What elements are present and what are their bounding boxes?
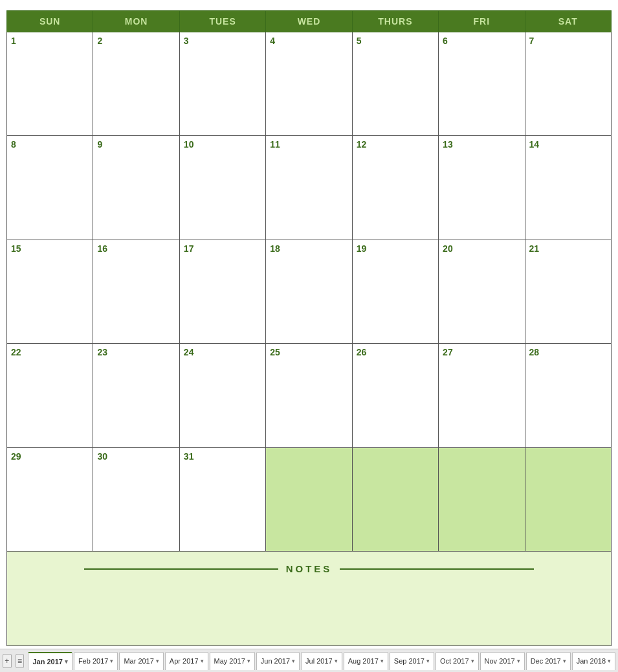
notes-header: NOTES	[19, 563, 599, 574]
day-cell-22[interactable]: 22	[7, 344, 93, 447]
tab-dropdown-icon[interactable]: ▾	[201, 658, 204, 664]
day-cell-18[interactable]: 18	[266, 240, 352, 343]
notes-cell[interactable]: NOTES	[7, 552, 612, 646]
week-row-4: 293031	[7, 447, 612, 551]
day-cell-25[interactable]: 25	[266, 344, 352, 447]
day-cell-16[interactable]: 16	[93, 240, 179, 343]
tab-dropdown-icon[interactable]: ▾	[156, 658, 159, 664]
day-cell-28[interactable]: 28	[525, 344, 611, 447]
day-cell-21[interactable]: 21	[525, 240, 611, 343]
day-cell-14[interactable]: 14	[525, 136, 611, 240]
sheet-tab-dec-2017[interactable]: Dec 2017▾	[526, 652, 571, 670]
day-cell-12[interactable]: 12	[352, 136, 438, 240]
day-number-13: 13	[443, 139, 453, 150]
day-cell-19[interactable]: 19	[352, 240, 438, 343]
day-number-15: 15	[11, 243, 21, 254]
day-header-sat: SAT	[525, 11, 611, 32]
week-row-1: 891011121314	[7, 136, 612, 240]
day-cell-24[interactable]: 24	[179, 344, 265, 447]
day-cell-2[interactable]: 2	[93, 32, 179, 136]
day-number-4: 4	[270, 36, 275, 46]
sheet-tab-nov-2017[interactable]: Nov 2017▾	[480, 652, 525, 670]
tab-dropdown-icon[interactable]: ▾	[608, 658, 611, 664]
day-cell-4[interactable]: 4	[266, 32, 352, 136]
day-cell-3[interactable]: 3	[179, 32, 265, 136]
day-cell-6[interactable]: 6	[439, 32, 525, 136]
day-cell-5[interactable]: 5	[352, 32, 438, 136]
day-number-30: 30	[97, 451, 107, 462]
tab-dropdown-icon[interactable]: ▾	[563, 658, 566, 664]
week-row-2: 15161718192021	[7, 240, 612, 343]
day-number-22: 22	[11, 347, 21, 357]
day-header-thurs: THURS	[352, 11, 438, 32]
day-number-9: 9	[97, 139, 102, 150]
tab-dropdown-icon[interactable]: ▾	[65, 658, 68, 665]
day-header-sun: SUN	[7, 11, 93, 32]
day-cell-11[interactable]: 11	[266, 136, 352, 240]
sheet-tab-mar-2017[interactable]: Mar 2017▾	[119, 652, 163, 670]
calendar-container: SUNMONTUESWEDTHURSFRISAT 123456789101112…	[0, 0, 618, 649]
day-number-17: 17	[184, 243, 194, 254]
day-cell-20[interactable]: 20	[439, 240, 525, 343]
day-cell-13[interactable]: 13	[439, 136, 525, 240]
sheet-tab-sep-2017[interactable]: Sep 2017▾	[390, 652, 434, 670]
empty-cell[interactable]	[352, 447, 438, 551]
sheet-tab-aug-2017[interactable]: Aug 2017▾	[344, 652, 388, 670]
day-number-11: 11	[270, 139, 280, 150]
notes-row: NOTES	[7, 552, 612, 646]
sheet-tab-jan-2018[interactable]: Jan 2018▾	[572, 652, 615, 670]
day-cell-26[interactable]: 26	[352, 344, 438, 447]
tab-dropdown-icon[interactable]: ▾	[471, 658, 474, 664]
day-number-23: 23	[97, 347, 107, 357]
sheet-tab-jun-2017[interactable]: Jun 2017▾	[256, 652, 300, 670]
notes-line-right	[340, 568, 534, 570]
day-number-5: 5	[357, 36, 362, 46]
day-cell-9[interactable]: 9	[93, 136, 179, 240]
sheet-tab-oct-2017[interactable]: Oct 2017▾	[436, 652, 479, 670]
day-cell-29[interactable]: 29	[7, 447, 93, 551]
tab-dropdown-icon[interactable]: ▾	[335, 658, 338, 664]
notes-label: NOTES	[286, 563, 333, 574]
day-number-21: 21	[529, 243, 540, 254]
tab-dropdown-icon[interactable]: ▾	[110, 658, 113, 664]
sheet-tab-jan-2017[interactable]: Jan 2017▾	[28, 652, 72, 670]
day-cell-23[interactable]: 23	[93, 344, 179, 447]
tab-label: Jul 2017	[305, 657, 333, 665]
empty-cell[interactable]	[266, 447, 352, 551]
tab-dropdown-icon[interactable]: ▾	[381, 658, 384, 664]
day-number-6: 6	[443, 36, 448, 46]
sheet-tab-feb-2017[interactable]: Feb 2017▾	[74, 652, 118, 670]
sheet-tab-may-2017[interactable]: May 2017▾	[210, 652, 255, 670]
sheet-tab-jul-2017[interactable]: Jul 2017▾	[301, 652, 342, 670]
tab-label: Feb 2017	[78, 657, 108, 665]
tab-label: Mar 2017	[124, 657, 153, 665]
day-cell-17[interactable]: 17	[179, 240, 265, 343]
empty-cell[interactable]	[525, 447, 611, 551]
day-number-3: 3	[184, 36, 189, 46]
day-number-26: 26	[357, 347, 367, 357]
tab-dropdown-icon[interactable]: ▾	[426, 658, 430, 664]
tab-label: Aug 2017	[348, 657, 379, 665]
day-number-2: 2	[97, 36, 102, 46]
day-cell-10[interactable]: 10	[179, 136, 265, 240]
day-header-tues: TUES	[179, 11, 265, 32]
tab-dropdown-icon[interactable]: ▾	[517, 658, 520, 664]
tab-label: Jan 2017	[32, 658, 62, 666]
day-cell-8[interactable]: 8	[7, 136, 93, 240]
day-number-1: 1	[11, 36, 16, 46]
day-cell-30[interactable]: 30	[93, 447, 179, 551]
tab-dropdown-icon[interactable]: ▾	[292, 658, 295, 664]
sheet-tab-apr-2017[interactable]: Apr 2017▾	[165, 652, 208, 670]
day-cell-7[interactable]: 7	[525, 32, 611, 136]
day-number-20: 20	[443, 243, 453, 254]
day-number-28: 28	[529, 347, 540, 357]
tab-dropdown-icon[interactable]: ▾	[247, 658, 250, 664]
day-cell-27[interactable]: 27	[439, 344, 525, 447]
day-cell-15[interactable]: 15	[7, 240, 93, 343]
day-cell-1[interactable]: 1	[7, 32, 93, 136]
sheet-list-button[interactable]: ≡	[16, 654, 25, 668]
empty-cell[interactable]	[439, 447, 525, 551]
day-cell-31[interactable]: 31	[179, 447, 265, 551]
notes-line-left	[84, 568, 278, 570]
add-sheet-button[interactable]: +	[3, 654, 12, 668]
